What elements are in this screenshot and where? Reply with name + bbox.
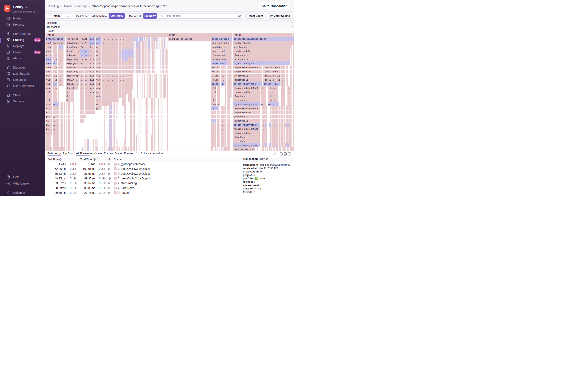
svg-text:re…e: re…e bbox=[275, 70, 280, 73]
svg-text:_…e: _…e bbox=[53, 79, 57, 81]
svg-text:…: … bbox=[108, 50, 109, 52]
svg-text:(root): (root) bbox=[46, 34, 54, 36]
svg-text:…: … bbox=[60, 75, 61, 77]
svg-text:…: … bbox=[123, 58, 124, 61]
svg-text:w…c: w…c bbox=[96, 54, 100, 57]
svg-text:…: … bbox=[120, 54, 121, 57]
svg-text:act: act bbox=[46, 70, 50, 73]
svg-text:…: … bbox=[112, 79, 113, 81]
svg-text:…: … bbox=[60, 79, 61, 81]
svg-text:…: … bbox=[263, 128, 264, 130]
svg-text:a…r: a…r bbox=[96, 58, 100, 61]
svg-text:_ex…le: _ex…le bbox=[268, 99, 276, 102]
svg-text:…: … bbox=[222, 136, 223, 138]
svg-text:f…e: f…e bbox=[90, 58, 94, 61]
svg-text:(root): (root) bbox=[169, 34, 177, 36]
svg-text:re…r: re…r bbox=[46, 66, 51, 69]
svg-text:m…d: m…d bbox=[96, 50, 100, 52]
svg-text:r…e: r…e bbox=[53, 70, 57, 73]
svg-text:…: … bbox=[116, 42, 117, 44]
svg-text:…: … bbox=[222, 112, 223, 114]
svg-text:requireModule: requireModule bbox=[234, 132, 251, 134]
svg-text:_loadModule: _loadModule bbox=[212, 54, 226, 57]
svg-text:requ…ock: requ…ock bbox=[264, 66, 274, 69]
svg-text:Pr…ed: Pr…ed bbox=[81, 46, 87, 48]
svg-text:…: … bbox=[112, 54, 113, 57]
svg-text:f…l: f…l bbox=[46, 91, 50, 94]
svg-text:Object.<anonymous>: Object.<anonymous> bbox=[234, 62, 257, 65]
svg-text:requireModule: requireModule bbox=[234, 91, 251, 94]
svg-text:_execModule: _execModule bbox=[234, 58, 248, 61]
svg-text:0…k: 0…k bbox=[46, 75, 50, 77]
svg-text:…: … bbox=[123, 46, 124, 48]
svg-text:…: … bbox=[85, 91, 87, 94]
svg-text:re…ck: re…ck bbox=[212, 70, 219, 73]
svg-text:…: … bbox=[103, 46, 104, 48]
svg-text:r…: r… bbox=[218, 87, 220, 90]
svg-text:_…: _… bbox=[53, 120, 56, 122]
svg-text:_loadModule: _loadModule bbox=[234, 54, 248, 57]
svg-text:…: … bbox=[85, 75, 86, 77]
svg-text:…: … bbox=[120, 38, 121, 40]
svg-text:u…y: u…y bbox=[96, 87, 100, 90]
svg-text:Pr…d: Pr…d bbox=[46, 54, 51, 57]
svg-text:…: … bbox=[222, 116, 223, 118]
svg-text:re…r: re…r bbox=[46, 62, 51, 65]
svg-text:f…l: f…l bbox=[46, 99, 50, 102]
svg-text:p…t: p…t bbox=[90, 79, 94, 81]
svg-text:_l…e: _l…e bbox=[275, 75, 280, 77]
svg-text:Object.<anonymous>: Object.<anonymous> bbox=[234, 83, 257, 85]
svg-text:un…n: un…n bbox=[46, 58, 51, 61]
svg-text:re…ck: re…ck bbox=[212, 66, 219, 69]
svg-text:…: … bbox=[112, 62, 113, 65]
svg-text:requireModuleOrMock: requireModuleOrMock bbox=[234, 108, 259, 110]
svg-text:…: … bbox=[85, 70, 86, 73]
svg-text:…: … bbox=[120, 79, 121, 81]
svg-text:…: … bbox=[289, 87, 290, 90]
svg-text:…: … bbox=[123, 38, 124, 40]
svg-text:…: … bbox=[123, 75, 124, 77]
svg-text:…: … bbox=[116, 38, 117, 40]
svg-text:r…: r… bbox=[261, 87, 264, 90]
svg-text:…: … bbox=[103, 62, 104, 65]
svg-text:…: … bbox=[112, 42, 113, 44]
svg-text:deep…Copy: deep…Copy bbox=[66, 58, 78, 61]
svg-text:requireModuleOrMock: requireModuleOrMock bbox=[234, 66, 259, 69]
svg-text:r…1: r…1 bbox=[96, 83, 100, 85]
svg-text:_loa…ule: _loa…ule bbox=[263, 75, 274, 77]
svg-text:runMicrotasks: runMicrotasks bbox=[46, 42, 63, 44]
svg-text:…: … bbox=[123, 50, 124, 52]
svg-text:…: … bbox=[76, 79, 77, 81]
svg-text:_execModule: _execModule bbox=[234, 79, 248, 81]
svg-text:proces…ctions: proces…ctions bbox=[212, 38, 229, 40]
svg-text:p…: p… bbox=[46, 128, 49, 130]
svg-text:…: … bbox=[76, 83, 77, 85]
svg-text:…: … bbox=[282, 91, 283, 94]
svg-text:_c…t: _c…t bbox=[46, 46, 51, 48]
svg-text:…: … bbox=[60, 54, 61, 57]
svg-text:_execModule: _execModule bbox=[234, 99, 248, 102]
svg-text:p…e: p…e bbox=[96, 46, 100, 48]
svg-text:_lo…le: _lo…le bbox=[268, 95, 276, 98]
svg-text:requireModuleOrMock: requireModuleOrMock bbox=[234, 128, 259, 130]
svg-text:…: … bbox=[85, 95, 87, 98]
svg-text:p…: p… bbox=[96, 108, 99, 110]
svg-text:O…: O… bbox=[222, 83, 224, 85]
svg-text:…: … bbox=[81, 87, 82, 90]
svg-text:…: … bbox=[81, 99, 82, 102]
svg-text:b…1: b…1 bbox=[96, 70, 100, 73]
svg-text:…: … bbox=[222, 124, 223, 126]
svg-text:re…l: re…l bbox=[212, 91, 216, 94]
svg-text:deep…ject: deep…ject bbox=[66, 75, 78, 77]
svg-text:…: … bbox=[81, 79, 82, 81]
svg-text:_…: _… bbox=[221, 79, 224, 81]
svg-text:…: … bbox=[116, 46, 117, 48]
svg-text:…: … bbox=[108, 58, 109, 61]
svg-text:f…e: f…e bbox=[46, 95, 50, 98]
svg-text:dee…py: dee…py bbox=[66, 83, 74, 85]
svg-text:runMicrotasks: runMicrotasks bbox=[212, 42, 229, 44]
svg-text:…: … bbox=[53, 144, 55, 147]
svg-text:Obj…s>: Obj…s> bbox=[264, 83, 271, 85]
svg-text:_l…e: _l…e bbox=[212, 99, 216, 102]
svg-text:…: … bbox=[282, 70, 283, 73]
